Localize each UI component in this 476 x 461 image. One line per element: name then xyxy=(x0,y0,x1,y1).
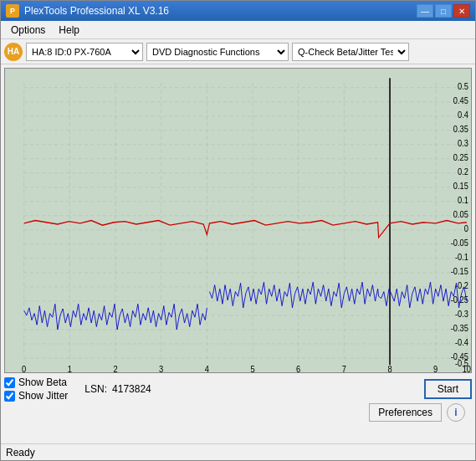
svg-text:0.45: 0.45 xyxy=(453,96,469,106)
test-select[interactable]: Q-Check Beta/Jitter Test xyxy=(292,43,409,61)
svg-text:0.5: 0.5 xyxy=(458,82,468,92)
svg-text:-0.3: -0.3 xyxy=(455,310,468,320)
svg-text:0.4: 0.4 xyxy=(458,110,468,120)
svg-text:-0.15: -0.15 xyxy=(451,267,469,277)
bottom-buttons: Start xyxy=(424,379,472,399)
title-controls: — □ ✕ xyxy=(417,4,470,18)
svg-text:0: 0 xyxy=(22,365,27,372)
menu-help[interactable]: Help xyxy=(52,23,86,38)
svg-text:0: 0 xyxy=(464,224,469,234)
app-icon: P xyxy=(6,4,19,18)
show-beta-checkbox[interactable] xyxy=(4,377,15,388)
preferences-row: Preferences i xyxy=(4,402,472,423)
start-button[interactable]: Start xyxy=(424,379,472,399)
svg-text:-0.1: -0.1 xyxy=(455,253,468,263)
svg-text:5: 5 xyxy=(250,365,255,372)
svg-text:1: 1 xyxy=(68,365,72,372)
info-button[interactable]: i xyxy=(447,403,465,422)
drive-select[interactable]: HA:8 ID:0 PX-760A xyxy=(26,43,143,61)
svg-text:7: 7 xyxy=(342,365,346,372)
menu-bar: Options Help xyxy=(1,21,475,39)
drive-icon: HA xyxy=(4,43,23,61)
svg-text:0.15: 0.15 xyxy=(453,182,469,192)
menu-options[interactable]: Options xyxy=(4,23,52,38)
svg-text:-0.05: -0.05 xyxy=(451,238,469,248)
title-bar: P PlexTools Professional XL V3.16 — □ ✕ xyxy=(1,1,475,21)
maximize-button[interactable]: □ xyxy=(435,4,452,18)
svg-text:0.25: 0.25 xyxy=(453,153,469,163)
svg-text:2: 2 xyxy=(113,365,117,372)
status-text: Ready xyxy=(6,447,35,458)
close-button[interactable]: ✕ xyxy=(453,4,470,18)
bottom-panel: Show Beta Show Jitter LSN: 4173824 Start… xyxy=(4,373,472,440)
show-jitter-item: Show Jitter xyxy=(4,390,68,402)
status-bar: Ready xyxy=(1,443,475,460)
function-select[interactable]: DVD Diagnostic Functions xyxy=(146,43,289,61)
lsn-label: LSN: xyxy=(84,383,107,395)
show-jitter-checkbox[interactable] xyxy=(4,391,15,402)
svg-text:9: 9 xyxy=(433,365,438,372)
chart-area: High Low xyxy=(4,68,472,373)
main-window: P PlexTools Professional XL V3.16 — □ ✕ … xyxy=(0,0,476,461)
svg-text:-0.35: -0.35 xyxy=(451,324,469,334)
show-jitter-label: Show Jitter xyxy=(18,390,68,402)
show-beta-label: Show Beta xyxy=(18,376,67,388)
svg-text:0.2: 0.2 xyxy=(458,167,468,177)
svg-text:0.05: 0.05 xyxy=(453,210,469,220)
svg-text:0.35: 0.35 xyxy=(453,125,469,135)
svg-text:4: 4 xyxy=(205,365,210,372)
toolbar: HA HA:8 ID:0 PX-760A DVD Diagnostic Func… xyxy=(1,39,475,64)
main-content: High Low xyxy=(1,64,475,443)
checks-column: Show Beta Show Jitter xyxy=(4,376,68,402)
minimize-button[interactable]: — xyxy=(417,4,433,18)
show-beta-item: Show Beta xyxy=(4,376,68,388)
svg-text:0.1: 0.1 xyxy=(458,196,468,206)
lsn-area: LSN: 4173824 xyxy=(84,383,151,395)
svg-text:-0.4: -0.4 xyxy=(455,338,469,348)
lsn-value: 4173824 xyxy=(112,383,151,395)
svg-text:6: 6 xyxy=(296,365,300,372)
window-title: PlexTools Professional XL V3.16 xyxy=(24,5,417,17)
chart-svg: 0.5 0.45 0.4 0.35 0.3 0.25 0.2 0.15 0.1 … xyxy=(5,69,471,372)
checks-and-lsn: Show Beta Show Jitter LSN: 4173824 Start xyxy=(4,376,472,402)
svg-rect-0 xyxy=(5,69,471,372)
svg-text:8: 8 xyxy=(387,365,392,372)
preferences-button[interactable]: Preferences xyxy=(369,403,442,422)
svg-text:0.3: 0.3 xyxy=(458,139,468,149)
svg-text:10: 10 xyxy=(463,365,471,372)
svg-text:3: 3 xyxy=(159,365,163,372)
